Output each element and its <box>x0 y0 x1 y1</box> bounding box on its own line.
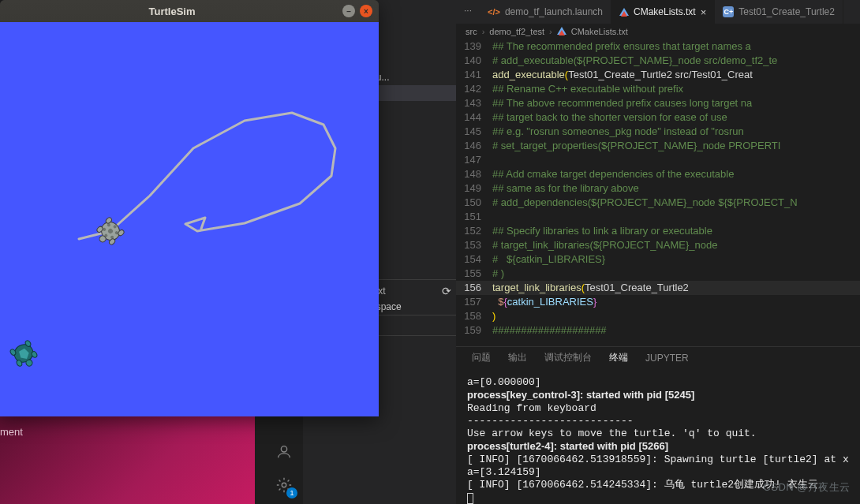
panel-tab[interactable]: JUPYTER <box>645 348 689 368</box>
settings-gear-icon[interactable]: 1 <box>272 473 296 497</box>
terminal-cursor <box>467 493 473 504</box>
svg-point-1 <box>282 483 286 487</box>
close-button[interactable]: × <box>360 5 372 17</box>
panel-tab[interactable]: 调试控制台 <box>544 346 592 369</box>
breadcrumb-seg[interactable]: demo_tf2_test <box>489 27 544 36</box>
code-line[interactable]: target_link_libraries(Test01_Create_Turt… <box>492 281 689 295</box>
editor-tab[interactable]: CMakeLists.txt× <box>611 0 715 24</box>
code-editor[interactable]: 139## The recommended prefix ensures tha… <box>456 39 860 346</box>
line-number: 152 <box>456 224 492 238</box>
code-line[interactable]: ## Add cmake target dependencies of the … <box>492 167 734 181</box>
panel-tab[interactable]: 问题 <box>472 346 491 369</box>
line-number: 153 <box>456 238 492 252</box>
tab-label: demo_tf_launch.launch <box>505 6 603 17</box>
line-number: 139 <box>456 39 492 54</box>
watermark: CSDN @月夜生云 <box>763 480 851 495</box>
code-line[interactable]: ## target back to the shorter version fo… <box>492 110 727 125</box>
line-number: 148 <box>456 167 492 181</box>
close-icon[interactable]: × <box>701 6 707 18</box>
fragment-text: ment <box>0 426 23 438</box>
breadcrumb-seg[interactable]: src <box>466 27 477 36</box>
line-number: 143 <box>456 96 492 110</box>
line-number: 159 <box>456 323 492 338</box>
cmake-file-icon <box>619 8 629 16</box>
line-number: 154 <box>456 252 492 267</box>
code-line[interactable]: # ) <box>492 267 504 281</box>
code-line[interactable]: # target_link_libraries(${PROJECT_NAME}_… <box>492 238 717 252</box>
breadcrumb-seg[interactable]: CMakeLists.txt <box>571 27 628 36</box>
code-line[interactable]: ) <box>492 309 495 323</box>
line-number: 155 <box>456 267 492 281</box>
tab-label: Test01_Create_Turtle2 <box>738 6 835 17</box>
code-line[interactable]: ## Rename C++ executable without prefix <box>492 82 683 96</box>
turtlesim-canvas[interactable] <box>0 22 379 416</box>
turtlesim-window[interactable]: TurtleSim – × <box>0 0 379 416</box>
cpp-file-icon: C+ <box>723 6 734 17</box>
account-icon[interactable] <box>272 440 296 464</box>
activity-bar-bottom: 1 <box>272 434 304 504</box>
line-number: 157 <box>456 295 492 309</box>
panel-tab-bar: 问题输出调试控制台终端JUPYTER <box>456 346 860 368</box>
minimize-button[interactable]: – <box>342 5 355 17</box>
line-number: 149 <box>456 181 492 196</box>
line-number: 146 <box>456 139 492 153</box>
code-line[interactable]: ## Specify libraries to link a library o… <box>492 224 716 238</box>
chevron-right-icon: › <box>482 27 485 36</box>
panel-tab[interactable]: 终端 <box>609 346 628 370</box>
xml-file-icon: </> <box>488 7 500 17</box>
code-line[interactable]: # set_target_properties(${PROJECT_NAME}_… <box>492 139 780 153</box>
window-title: TurtleSim <box>6 6 338 17</box>
cmake-file-icon <box>557 27 566 35</box>
tab-overflow-icon[interactable]: ··· <box>456 0 480 24</box>
code-line[interactable]: # add_dependencies(${PROJECT_NAME}_node … <box>492 196 798 210</box>
code-line[interactable]: ${catkin_LIBRARIES} <box>492 295 596 309</box>
code-line[interactable]: ## The recommended prefix ensures that t… <box>492 39 751 54</box>
code-line[interactable]: ## same as for the library above <box>492 181 639 196</box>
code-line[interactable]: add_executable(Test01_Create_Turtle2 src… <box>492 68 753 82</box>
settings-badge: 1 <box>286 487 297 498</box>
window-titlebar[interactable]: TurtleSim – × <box>0 0 379 22</box>
editor-tab[interactable]: C+Test01_Create_Turtle2 <box>715 0 843 24</box>
line-number: 141 <box>456 68 492 82</box>
line-number: 156 <box>456 281 492 295</box>
code-line[interactable]: ## e.g. "rosrun someones_pkg node" inste… <box>492 125 744 139</box>
line-number: 144 <box>456 110 492 125</box>
editor-tab[interactable]: </>demo_tf_launch.launch <box>480 0 611 24</box>
other-app-strip: ment <box>0 416 255 504</box>
editor-tab-bar: ··· </>demo_tf_launch.launchCMakeLists.t… <box>456 0 860 24</box>
tab-label: CMakeLists.txt <box>634 6 696 17</box>
turtle-trail <box>0 22 379 416</box>
breadcrumb[interactable]: src › demo_tf2_test › CMakeLists.txt <box>456 24 860 39</box>
panel-tab[interactable]: 输出 <box>508 346 527 369</box>
code-line[interactable]: # add_executable(${PROJECT_NAME}_node sr… <box>492 54 777 68</box>
line-number: 145 <box>456 125 492 139</box>
unsaved-indicator-icon: ⟳ <box>442 287 451 295</box>
code-line[interactable]: # ${catkin_LIBRARIES} <box>492 252 605 267</box>
line-number: 151 <box>456 210 492 224</box>
line-number: 140 <box>456 54 492 68</box>
line-number: 147 <box>456 153 492 167</box>
code-line[interactable]: #################### <box>492 323 607 338</box>
line-number: 150 <box>456 196 492 210</box>
code-line[interactable]: ## The above recommended prefix causes l… <box>492 96 752 110</box>
chevron-right-icon: › <box>549 27 552 36</box>
line-number: 142 <box>456 82 492 96</box>
line-number: 158 <box>456 309 492 323</box>
svg-point-0 <box>281 446 286 452</box>
